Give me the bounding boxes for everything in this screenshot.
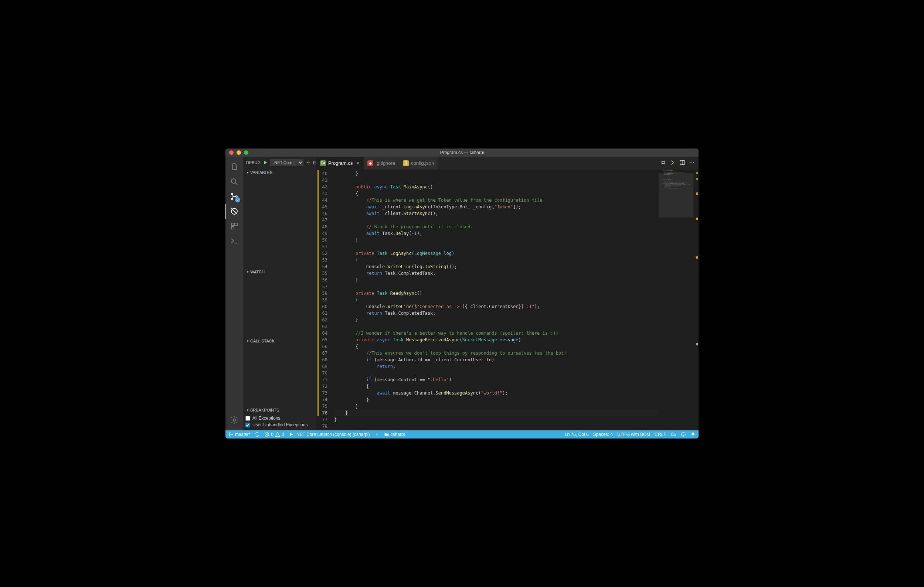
code-line[interactable]: { xyxy=(334,297,658,303)
tab-label: Program.cs xyxy=(328,160,353,166)
live-share-status[interactable] xyxy=(375,432,380,437)
breakpoints-section-header[interactable]: ▾Breakpoints xyxy=(243,406,316,414)
code-line[interactable] xyxy=(334,283,658,290)
code-line[interactable]: if (message.Content == ".hello") xyxy=(334,377,658,383)
compare-changes-icon[interactable] xyxy=(660,159,666,167)
code-line[interactable]: } xyxy=(334,277,658,283)
breakpoint-all-exceptions[interactable]: All Exceptions xyxy=(246,415,314,421)
code-line[interactable]: await _client.LoginAsync(TokenType.Bot, … xyxy=(334,204,658,210)
debug-icon[interactable] xyxy=(226,204,243,219)
all-exceptions-checkbox[interactable] xyxy=(246,416,250,421)
line-number: 77 xyxy=(316,416,327,423)
window-title: Program.cs — csharpi xyxy=(226,150,698,155)
more-actions-icon[interactable] xyxy=(689,159,695,167)
code-line[interactable]: } xyxy=(334,170,658,177)
code-line[interactable]: await Task.Delay(-1); xyxy=(334,230,658,237)
watch-section-header[interactable]: ▾Watch xyxy=(243,268,316,276)
svg-point-16 xyxy=(229,436,230,436)
code-line[interactable]: } xyxy=(334,317,658,323)
minimap[interactable]: } public async Task MainAsync() { //This… xyxy=(658,169,693,430)
code-line[interactable] xyxy=(334,323,658,330)
svg-point-2 xyxy=(231,198,233,200)
sync-status[interactable] xyxy=(255,432,260,437)
code-line[interactable]: Console.WriteLine(log.ToString()); xyxy=(334,263,658,270)
code-line[interactable]: Console.WriteLine($"Connected as -> [{_c… xyxy=(334,303,658,310)
start-debug-button[interactable] xyxy=(263,160,268,165)
breakpoint-user-unhandled[interactable]: User-Unhandled Exceptions xyxy=(246,421,314,428)
close-window-button[interactable] xyxy=(229,150,234,155)
callstack-section-header[interactable]: ▾Call Stack xyxy=(243,337,316,345)
eol-status[interactable]: CRLF xyxy=(655,432,666,437)
powershell-icon[interactable] xyxy=(226,233,243,248)
indentation-status[interactable]: Spaces: 4 xyxy=(593,432,613,437)
code-line[interactable]: { xyxy=(334,343,658,350)
debug-gear-icon[interactable] xyxy=(306,160,311,165)
split-editor-icon[interactable] xyxy=(679,159,685,167)
tab-bar: C#Program.cs×◆.gitignore{}config.json xyxy=(316,157,698,169)
code-line[interactable]: private Task LogAsync(LogMessage log) xyxy=(334,250,658,257)
svg-rect-5 xyxy=(231,223,234,226)
encoding-status[interactable]: UTF-8 with BOM xyxy=(617,432,650,437)
code-line[interactable]: public async Task MainAsync() xyxy=(334,184,658,190)
vscode-window: Program.cs — csharpi 2 xyxy=(226,148,698,439)
tab-config-json[interactable]: {}config.json xyxy=(399,157,438,169)
code-line[interactable]: { xyxy=(334,257,658,263)
close-tab-icon[interactable]: × xyxy=(356,160,359,166)
svg-point-20 xyxy=(681,432,686,437)
code-line[interactable]: private Task ReadyAsync() xyxy=(334,290,658,297)
code-line[interactable]: await _client.StartAsync(); xyxy=(334,210,658,217)
code-line[interactable]: } xyxy=(334,237,658,243)
svg-point-14 xyxy=(693,162,694,163)
code-line[interactable]: return Task.CompletedTask; xyxy=(334,270,658,277)
code-line[interactable]: { xyxy=(334,190,658,197)
code-line[interactable]: // Block the program until it is closed. xyxy=(334,224,658,230)
extensions-icon[interactable] xyxy=(226,219,243,233)
scm-icon[interactable]: 2 xyxy=(226,189,243,204)
minimap-slider[interactable] xyxy=(658,173,693,218)
launch-config-status[interactable]: .NET Core Launch (console) (csharpi) xyxy=(289,432,370,437)
code-line[interactable]: } xyxy=(334,403,658,410)
settings-gear-icon[interactable] xyxy=(226,413,243,428)
tab--gitignore[interactable]: ◆.gitignore xyxy=(364,157,399,169)
code-line[interactable] xyxy=(334,423,658,430)
code-line[interactable]: //This ensures we don't loop things by r… xyxy=(334,350,658,357)
overview-ruler[interactable] xyxy=(693,169,698,430)
code-line[interactable]: } xyxy=(334,416,658,423)
code-line[interactable]: } xyxy=(334,396,658,403)
tab-program-cs[interactable]: C#Program.cs× xyxy=(316,157,364,169)
code-line[interactable] xyxy=(334,177,658,184)
tab-label: .gitignore xyxy=(376,160,395,166)
debug-toolbar: DEBUG .NET Core Laun… xyxy=(243,157,316,168)
code-line[interactable]: { xyxy=(334,383,658,390)
user-unhandled-checkbox[interactable] xyxy=(246,423,250,428)
language-status[interactable]: C# xyxy=(671,432,676,437)
variables-section-header[interactable]: ▾Variables xyxy=(243,168,316,177)
files-icon[interactable] xyxy=(226,159,243,174)
code-line[interactable]: if (message.Author.Id == _client.Current… xyxy=(334,357,658,363)
code-line[interactable]: return Task.CompletedTask; xyxy=(334,310,658,317)
code-editor[interactable]: 4041424344454647484950515253545556575859… xyxy=(316,169,698,430)
feedback-icon[interactable] xyxy=(681,432,686,437)
search-icon[interactable] xyxy=(226,174,243,189)
maximize-window-button[interactable] xyxy=(244,150,248,155)
code-line[interactable]: return; xyxy=(334,363,658,370)
folder-status[interactable]: csharpi xyxy=(384,432,405,437)
code-line[interactable] xyxy=(334,217,658,224)
code-line[interactable]: private async Task MessageReceivedAsync(… xyxy=(334,337,658,343)
debug-config-select[interactable]: .NET Core Laun… xyxy=(270,159,304,166)
code-line[interactable]: } xyxy=(334,410,658,416)
line-number: 78 xyxy=(316,423,327,430)
code-line[interactable] xyxy=(334,370,658,377)
minimize-window-button[interactable] xyxy=(236,150,241,155)
notifications-icon[interactable] xyxy=(690,432,696,437)
open-changes-icon[interactable] xyxy=(670,159,676,167)
code-line[interactable] xyxy=(334,243,658,250)
cursor-position-status[interactable]: Ln 76, Col 6 xyxy=(565,432,589,437)
problems-status[interactable]: 0 0 xyxy=(264,432,284,437)
branch-status[interactable]: master* xyxy=(228,432,250,437)
code-line[interactable]: await message.Channel.SendMessageAsync("… xyxy=(334,390,658,396)
code-line[interactable]: //I wonder if there's a better way to ha… xyxy=(334,330,658,337)
file-type-icon: {} xyxy=(403,160,409,166)
code-line[interactable]: //This is where we get the Token value f… xyxy=(334,197,658,204)
code-content[interactable]: } public async Task MainAsync() { //This… xyxy=(334,169,658,430)
